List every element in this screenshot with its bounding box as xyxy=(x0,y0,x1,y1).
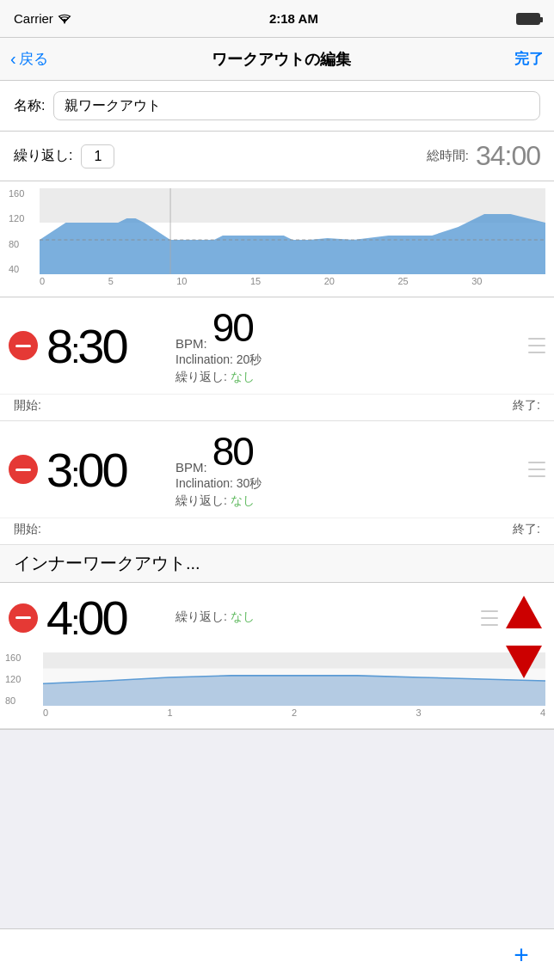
main-content: 名称: 繰り返し: 1 総時間: 34:00 160 120 80 40 xyxy=(0,81,554,980)
workout-item-1-main: 8:30 BPM: 90 Inclination: 20秒 繰り返し: なし xyxy=(0,297,554,394)
workout-time-1: 8:30 xyxy=(46,318,167,374)
drag-handle-2[interactable] xyxy=(528,462,545,477)
svg-rect-1 xyxy=(40,188,545,223)
battery-icon xyxy=(516,13,540,25)
drag-handle-1[interactable] xyxy=(528,338,545,353)
inner-repeat-row: 繰り返し: なし xyxy=(175,609,481,625)
chart-area xyxy=(40,188,545,274)
start-end-row-2: 開始: 終了: xyxy=(0,518,554,544)
name-input[interactable] xyxy=(53,91,540,120)
stats-row: 繰り返し: 1 総時間: 34:00 xyxy=(0,132,554,181)
svg-marker-8 xyxy=(506,596,542,628)
nav-arrows xyxy=(502,591,545,683)
svg-marker-9 xyxy=(506,646,542,678)
main-chart-wrap: 160 120 80 40 0 5 xyxy=(9,188,545,291)
repeat-label: 繰り返し: xyxy=(14,147,72,165)
mini-chart-area xyxy=(43,652,545,706)
minus-button-1[interactable] xyxy=(9,331,38,360)
nav-bar: ‹ 戻る ワークアウトの編集 完了 xyxy=(0,38,554,81)
start-label-2: 開始: xyxy=(14,522,41,537)
repeat-value[interactable]: 1 xyxy=(81,144,114,168)
inclination-row-2: Inclination: 30秒 xyxy=(175,476,528,492)
add-button-row: + xyxy=(0,928,554,980)
start-end-row-1: 開始: 終了: xyxy=(0,394,554,420)
bpm-label-1: BPM: xyxy=(175,336,207,351)
minus-button-3[interactable] xyxy=(9,603,38,633)
workout-time-2: 3:00 xyxy=(46,442,167,498)
inner-stats-1: 繰り返し: なし xyxy=(167,609,481,627)
inclination-row-1: Inclination: 20秒 xyxy=(175,352,528,368)
repeat-section: 繰り返し: 1 xyxy=(14,144,114,168)
start-label-1: 開始: xyxy=(14,398,41,413)
inner-banner: インナーワークアウト... xyxy=(0,545,554,583)
back-chevron-icon: ‹ xyxy=(10,49,16,69)
arrow-down-icon xyxy=(504,642,544,682)
nav-title: ワークアウトの編集 xyxy=(212,49,351,70)
add-button[interactable]: + xyxy=(506,940,537,971)
workout-item-1: 8:30 BPM: 90 Inclination: 20秒 繰り返し: なし 開… xyxy=(0,297,554,421)
bpm-value-2: 80 xyxy=(212,428,253,475)
workout-item-2: 3:00 BPM: 80 Inclination: 30秒 繰り返し: なし 開… xyxy=(0,421,554,545)
scroll-up-button[interactable] xyxy=(502,591,545,634)
inner-workout-main-1: 4:00 繰り返し: なし xyxy=(0,583,554,652)
workout-item-2-main: 3:00 BPM: 80 Inclination: 30秒 繰り返し: なし xyxy=(0,421,554,518)
bpm-value-1: 90 xyxy=(212,304,253,351)
bpm-row-2: BPM: 80 xyxy=(175,428,528,475)
main-chart-container: 160 120 80 40 0 5 xyxy=(0,181,554,297)
done-button[interactable]: 完了 xyxy=(514,49,544,69)
total-time-value: 34:00 xyxy=(476,140,540,172)
drag-handle-3[interactable] xyxy=(481,610,498,626)
svg-point-0 xyxy=(64,21,65,23)
bpm-row-1: BPM: 90 xyxy=(175,304,528,351)
chart-y-labels: 160 120 80 40 xyxy=(9,188,36,274)
workout-stats-2: BPM: 80 Inclination: 30秒 繰り返し: なし xyxy=(167,428,528,511)
bpm-label-2: BPM: xyxy=(175,460,207,475)
inner-workout-section: インナーワークアウト... 4:00 繰り返し: なし 160 xyxy=(0,545,554,730)
scroll-down-button[interactable] xyxy=(502,640,545,683)
total-time-label: 総時間: xyxy=(427,148,469,164)
inner-time-1: 4:00 xyxy=(46,590,167,646)
status-bar: Carrier 2:18 AM xyxy=(0,0,554,38)
wifi-icon xyxy=(58,14,71,24)
carrier: Carrier xyxy=(14,11,71,26)
repeat-row-2: 繰り返し: なし xyxy=(175,493,528,509)
minus-button-2[interactable] xyxy=(9,455,38,484)
mini-chart-x-labels: 0 1 2 3 4 xyxy=(43,707,545,721)
back-button[interactable]: ‹ 戻る xyxy=(10,49,48,69)
repeat-row-1: 繰り返し: なし xyxy=(175,370,528,385)
total-time-section: 総時間: 34:00 xyxy=(427,140,540,172)
mini-chart: 160 120 80 0 xyxy=(43,652,545,721)
status-time: 2:18 AM xyxy=(269,11,318,26)
workout-stats-1: BPM: 90 Inclination: 20秒 繰り返し: なし xyxy=(167,304,528,387)
svg-rect-6 xyxy=(43,652,545,669)
chart-x-labels: 0 5 10 15 20 25 30 xyxy=(40,276,545,291)
mini-chart-y-labels: 160 120 80 xyxy=(5,652,40,706)
name-form-section: 名称: xyxy=(0,81,554,132)
end-label-1: 終了: xyxy=(513,398,540,413)
add-icon: + xyxy=(514,940,529,970)
svg-marker-2 xyxy=(40,214,545,274)
name-label: 名称: xyxy=(14,97,45,115)
arrow-up-icon xyxy=(504,592,544,632)
inner-workout-item-1: 4:00 繰り返し: なし 160 120 80 xyxy=(0,583,554,729)
end-label-2: 終了: xyxy=(513,522,540,537)
name-form-row: 名称: xyxy=(14,91,540,120)
